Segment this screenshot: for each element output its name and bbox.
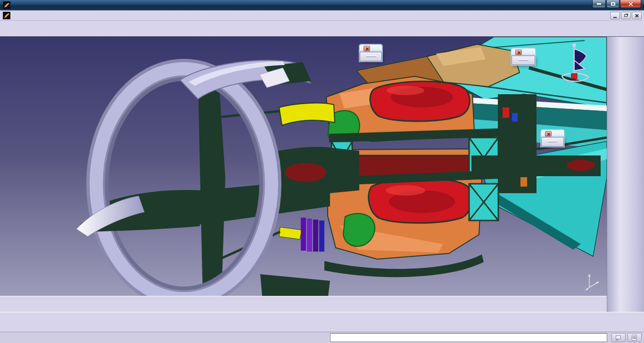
close-icon <box>517 51 520 54</box>
restore-button[interactable] <box>606 0 619 8</box>
doc-close-icon <box>635 14 639 17</box>
update-toolbar-title[interactable] <box>360 45 382 52</box>
catia-app-icon <box>3 1 10 9</box>
move-toolbar-title[interactable] <box>541 130 564 137</box>
right-toolbar <box>607 37 644 312</box>
close-icon <box>547 132 550 136</box>
status-bar <box>0 332 644 343</box>
dialog-expand-button[interactable] <box>611 333 626 342</box>
power-input-icon <box>631 334 638 342</box>
doc-minimize-button[interactable] <box>610 12 620 19</box>
dialog-expand-icon <box>615 334 622 342</box>
title-bar <box>0 0 644 10</box>
3d-viewport[interactable] <box>0 37 607 296</box>
engine-model[interactable] <box>0 37 607 296</box>
move-toolbar[interactable] <box>541 130 564 147</box>
command-input[interactable] <box>330 333 607 342</box>
close-button[interactable] <box>545 131 552 137</box>
close-button[interactable] <box>515 49 522 55</box>
doc-close-button[interactable] <box>632 12 642 19</box>
standard-toolbar <box>0 312 644 332</box>
update-toolbar[interactable] <box>360 45 382 61</box>
axis-triad <box>584 269 605 293</box>
close-button[interactable] <box>363 46 370 51</box>
scenes-toolbar-title[interactable] <box>512 49 535 56</box>
view-toolbar <box>0 21 644 37</box>
close-icon <box>628 1 633 7</box>
view-compass[interactable] <box>555 40 598 87</box>
scenes-toolbar[interactable] <box>512 49 535 65</box>
doc-restore-icon <box>624 14 627 17</box>
annotation-strip <box>0 296 607 312</box>
minimize-button[interactable] <box>592 0 606 8</box>
menu-bar <box>0 10 644 21</box>
close-button[interactable] <box>620 0 641 8</box>
doc-minimize-icon <box>613 17 617 18</box>
restore-icon <box>611 2 615 6</box>
minimize-icon <box>597 3 601 5</box>
doc-restore-button[interactable] <box>621 12 631 19</box>
catia-doc-icon <box>3 12 10 19</box>
close-icon <box>365 47 369 50</box>
power-input-button[interactable] <box>627 333 642 342</box>
